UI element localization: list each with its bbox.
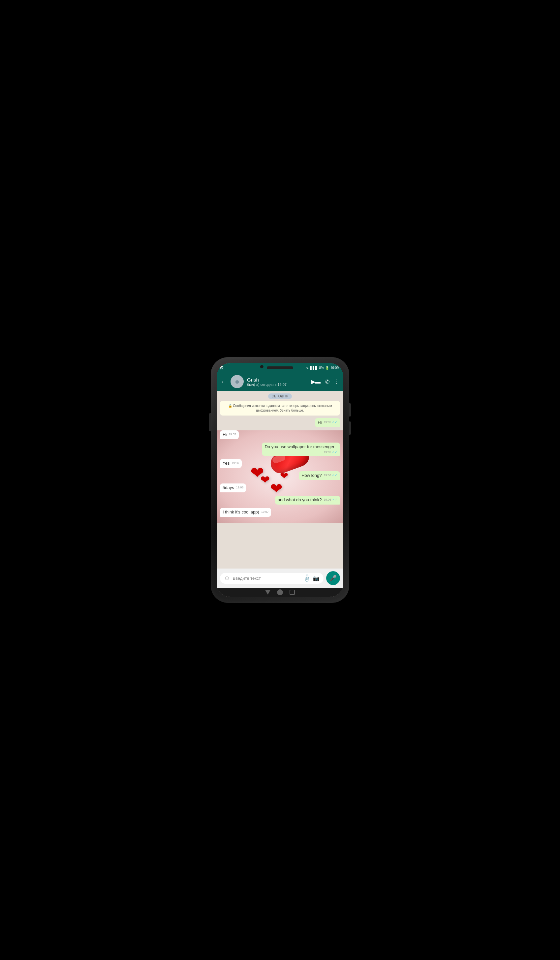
menu-icon[interactable]: ⋮ <box>334 379 339 385</box>
checkmarks-1: ✓✓ <box>332 421 338 424</box>
message-meta-3: 19:05 ✓✓ <box>323 451 338 454</box>
message-text-5: How long? <box>301 473 322 478</box>
chat-header: ← ● Grish был(-а) сегодня в 19:07 ▶▬ ✆ ⋮ <box>217 372 343 391</box>
phone-device: 🖼 ∿ ▋▋▋ 8% 🔋 19:09 ← ● Grish был(- <box>211 357 349 603</box>
message-row: and what do you think? 19:06 ✓✓ <box>220 496 340 504</box>
message-input[interactable] <box>232 576 301 581</box>
time-display: 19:09 <box>330 366 339 370</box>
message-bubble-1: Hi 19:05 ✓✓ <box>315 418 340 427</box>
message-text-3: Do you use wallpaper for messenger <box>264 444 334 449</box>
contact-info: Grish был(-а) сегодня в 19:07 <box>247 377 308 387</box>
back-nav-button[interactable] <box>265 590 270 595</box>
message-row: Hi 19:05 ✓✓ <box>220 418 340 427</box>
phone-screen: 🖼 ∿ ▋▋▋ 8% 🔋 19:09 ← ● Grish был(- <box>217 363 343 597</box>
chat-area: ❤ ❤ ❤ ❤ СЕГОДНЯ 🔒 Сообщения и звонки в д… <box>217 391 343 568</box>
message-time-6: 19:06 <box>236 486 244 490</box>
message-time-5: 19:06 <box>323 474 331 478</box>
message-text-6: 5days <box>222 485 234 490</box>
message-row: Hi 19:05 <box>220 430 340 439</box>
home-nav-button[interactable] <box>277 589 283 595</box>
power-button <box>209 413 211 431</box>
message-meta-2: 19:05 <box>229 433 236 437</box>
message-row: I think it's cool app) 19:07 <box>220 508 340 517</box>
message-text-7: and what do you think? <box>278 497 322 502</box>
status-left: 🖼 <box>220 366 224 370</box>
mic-button[interactable]: 🎤 <box>326 571 340 585</box>
message-row: How long? 19:06 ✓✓ <box>220 471 340 480</box>
message-meta-4: 19:06 <box>232 461 239 465</box>
speaker <box>267 366 293 369</box>
message-bubble-7: and what do you think? 19:06 ✓✓ <box>275 496 340 504</box>
input-container: ☺ 📎 📷 <box>220 573 323 584</box>
mic-icon: 🎤 <box>330 574 337 582</box>
encryption-notice: 🔒 Сообщения и звонки в данном чате тепер… <box>220 401 340 416</box>
checkmarks-3: ✓✓ <box>332 451 338 454</box>
date-badge: СЕГОДНЯ <box>268 394 291 399</box>
battery-percentage: 8% <box>319 366 324 370</box>
checkmarks-5: ✓✓ <box>332 474 338 478</box>
message-bubble-6: 5days 19:06 <box>220 483 246 492</box>
battery-icon: 🔋 <box>325 366 329 370</box>
message-text-8: I think it's cool app) <box>222 509 259 514</box>
message-meta-5: 19:06 ✓✓ <box>323 474 338 478</box>
video-call-icon[interactable]: ▶▬ <box>311 379 320 385</box>
message-time-3: 19:05 <box>323 451 331 454</box>
header-actions: ▶▬ ✆ ⋮ <box>311 379 339 385</box>
recents-nav-button[interactable] <box>290 590 295 595</box>
input-area: ☺ 📎 📷 🎤 <box>217 568 343 588</box>
message-time-4: 19:06 <box>232 461 239 465</box>
message-text-2: Hi <box>222 432 227 437</box>
emoji-button[interactable]: ☺ <box>224 575 230 582</box>
status-right: ∿ ▋▋▋ 8% 🔋 19:09 <box>306 366 339 370</box>
message-bubble-3: Do you use wallpaper for messenger 19:05… <box>262 443 340 456</box>
message-time-7: 19:06 <box>323 498 331 502</box>
message-bubble-4: Yes 19:06 <box>220 459 242 468</box>
bottom-navigation-bar <box>217 588 343 597</box>
front-camera <box>260 365 264 368</box>
message-bubble-8: I think it's cool app) 19:07 <box>220 508 271 517</box>
message-row: 5days 19:06 <box>220 483 340 492</box>
avatar-icon: ● <box>235 377 240 386</box>
message-text-4: Yes <box>222 461 230 466</box>
contact-name[interactable]: Grish <box>247 377 308 382</box>
nav-dots <box>265 589 295 595</box>
volume-up-button <box>349 403 351 416</box>
back-button[interactable]: ← <box>221 378 227 385</box>
message-time-1: 19:05 <box>323 421 331 424</box>
camera-button[interactable]: 📷 <box>313 575 320 581</box>
checkmarks-7: ✓✓ <box>332 498 338 502</box>
message-time-2: 19:05 <box>229 433 236 437</box>
message-text-1: Hi <box>318 420 322 425</box>
signal-icon: ▋▋▋ <box>310 366 318 370</box>
screen: 🖼 ∿ ▋▋▋ 8% 🔋 19:09 ← ● Grish был(- <box>217 363 343 597</box>
message-meta-1: 19:05 ✓✓ <box>323 421 338 424</box>
message-meta-6: 19:06 <box>236 486 244 490</box>
message-row: Yes 19:06 <box>220 459 340 468</box>
message-meta-8: 19:07 <box>261 510 269 514</box>
avatar[interactable]: ● <box>230 375 244 388</box>
notification-icon: 🖼 <box>220 366 224 370</box>
attach-button[interactable]: 📎 <box>302 573 312 583</box>
message-meta-7: 19:06 ✓✓ <box>323 498 338 502</box>
message-bubble-2: Hi 19:05 <box>220 430 239 439</box>
message-time-8: 19:07 <box>261 510 269 514</box>
wifi-icon: ∿ <box>306 366 309 370</box>
volume-down-button <box>349 421 351 435</box>
message-row: Do you use wallpaper for messenger 19:05… <box>220 443 340 456</box>
phone-icon[interactable]: ✆ <box>325 379 330 385</box>
message-bubble-5: How long? 19:06 ✓✓ <box>299 471 340 480</box>
contact-status: был(-а) сегодня в 19:07 <box>247 382 308 387</box>
